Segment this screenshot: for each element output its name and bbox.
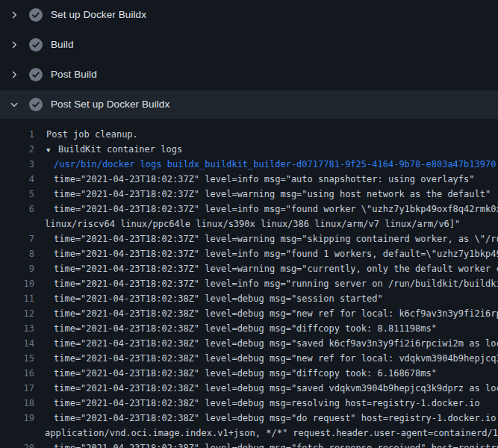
- chevron-right-icon[interactable]: [10, 70, 19, 79]
- log-line-text: time="2021-04-23T18:02:38Z" level=debug …: [0, 381, 498, 396]
- log-line: 18time="2021-04-23T18:02:38Z" level=debu…: [0, 396, 498, 411]
- log-line: 6time="2021-04-23T18:02:37Z" level=info …: [0, 202, 498, 217]
- log-line-text: time="2021-04-23T18:02:37Z" level=info m…: [0, 246, 498, 261]
- log-line-text: time="2021-04-23T18:02:38Z" level=debug …: [0, 396, 498, 411]
- log-line-number[interactable]: 10: [0, 276, 34, 291]
- log-line-number[interactable]: 17: [0, 381, 34, 396]
- log-line: 1Post job cleanup.: [0, 127, 498, 142]
- log-line-number[interactable]: 11: [0, 291, 34, 306]
- log-line-text: time="2021-04-23T18:02:38Z" level=debug …: [0, 336, 498, 351]
- log-line-text: time="2021-04-23T18:02:38Z" level=debug …: [0, 441, 498, 448]
- status-check-icon: [29, 8, 43, 22]
- status-check-icon: [29, 38, 43, 52]
- log-line-number[interactable]: 5: [0, 187, 34, 202]
- log-line: 10time="2021-04-23T18:02:37Z" level=info…: [0, 276, 498, 291]
- step-label: Post Build: [51, 69, 97, 80]
- step-row-build[interactable]: Build: [0, 30, 498, 60]
- log-line: 20time="2021-04-23T18:02:38Z" level=debu…: [0, 441, 498, 448]
- log-line-text: time="2021-04-23T18:02:37Z" level=warnin…: [0, 261, 498, 276]
- log-line-number[interactable]: 19: [0, 411, 34, 426]
- log-line-text: time="2021-04-23T18:02:38Z" level=debug …: [0, 351, 498, 366]
- log-line-number[interactable]: 6: [0, 202, 34, 217]
- log-line-text: time="2021-04-23T18:02:37Z" level=warnin…: [0, 187, 498, 202]
- log-line-number[interactable]: 15: [0, 351, 34, 366]
- step-row-post-build[interactable]: Post Build: [0, 60, 498, 90]
- log-line: 17time="2021-04-23T18:02:38Z" level=debu…: [0, 381, 498, 396]
- log-line-number[interactable]: 2: [0, 142, 34, 157]
- log-line: 8time="2021-04-23T18:02:37Z" level=info …: [0, 246, 498, 261]
- log-line-number[interactable]: 12: [0, 306, 34, 321]
- log-line-number[interactable]: 3: [0, 157, 34, 172]
- log-line: application/vnd.oci.image.index.v1+json,…: [0, 426, 498, 441]
- log-line: 2▼BuildKit container logs: [0, 142, 498, 157]
- log-command-text: /usr/bin/docker logs buildx_buildkit_bui…: [0, 157, 498, 172]
- log-line-text: time="2021-04-23T18:02:37Z" level=warnin…: [0, 231, 498, 246]
- log-line-number[interactable]: 9: [0, 261, 34, 276]
- log-line-number[interactable]: 13: [0, 321, 34, 336]
- collapse-triangle-icon[interactable]: ▼: [46, 143, 58, 158]
- status-check-icon: [29, 98, 43, 111]
- status-check-icon: [29, 68, 43, 81]
- log-line-text: time="2021-04-23T18:02:38Z" level=debug …: [0, 411, 498, 426]
- log-line-text: time="2021-04-23T18:02:38Z" level=debug …: [0, 366, 498, 381]
- step-row-set-up-docker-buildx[interactable]: Set up Docker Buildx: [0, 0, 498, 30]
- log-line-number[interactable]: 20: [0, 441, 34, 448]
- log-line-number[interactable]: 4: [0, 172, 34, 187]
- step-label: Build: [51, 40, 74, 50]
- step-label: Post Set up Docker Buildx: [51, 99, 169, 110]
- log-line: 9time="2021-04-23T18:02:37Z" level=warni…: [0, 261, 498, 276]
- log-line-number[interactable]: 1: [0, 127, 34, 142]
- step-row-post-set-up-docker-buildx[interactable]: Post Set up Docker Buildx: [0, 90, 498, 119]
- log-line-text: time="2021-04-23T18:02:37Z" level=info m…: [0, 276, 498, 291]
- log-line-text: linux/riscv64 linux/ppc64le linux/s390x …: [0, 217, 498, 231]
- log-line: 15time="2021-04-23T18:02:38Z" level=debu…: [0, 351, 498, 366]
- log-line-number[interactable]: 8: [0, 246, 34, 261]
- log-line-text: time="2021-04-23T18:02:37Z" level=info m…: [0, 202, 498, 217]
- log-line: 11time="2021-04-23T18:02:38Z" level=debu…: [0, 291, 498, 306]
- log-line: 12time="2021-04-23T18:02:38Z" level=debu…: [0, 306, 498, 321]
- log-line-number[interactable]: 16: [0, 366, 34, 381]
- log-lines: 1Post job cleanup.2▼BuildKit container l…: [0, 119, 498, 448]
- log-line-number[interactable]: 7: [0, 231, 34, 246]
- log-line-text: application/vnd.oci.image.index.v1+json,…: [0, 426, 498, 441]
- log-line: 13time="2021-04-23T18:02:38Z" level=debu…: [0, 321, 498, 336]
- log-line: 4time="2021-04-23T18:02:37Z" level=info …: [0, 172, 498, 187]
- log-line: 16time="2021-04-23T18:02:38Z" level=debu…: [0, 366, 498, 381]
- step-label: Set up Docker Buildx: [51, 10, 146, 20]
- log-line: 19time="2021-04-23T18:02:38Z" level=debu…: [0, 411, 498, 426]
- log-line: 14time="2021-04-23T18:02:38Z" level=debu…: [0, 336, 498, 351]
- log-line: linux/riscv64 linux/ppc64le linux/s390x …: [0, 217, 498, 231]
- log-line-text: time="2021-04-23T18:02:37Z" level=info m…: [0, 172, 498, 187]
- steps-list: Set up Docker Buildx Build Post Build Po…: [0, 0, 498, 119]
- log-line-number[interactable]: 14: [0, 336, 34, 351]
- log-line-text: time="2021-04-23T18:02:38Z" level=debug …: [0, 306, 498, 321]
- log-line-text: ▼BuildKit container logs: [0, 142, 498, 158]
- chevron-right-icon[interactable]: [10, 40, 19, 49]
- log-line: 7time="2021-04-23T18:02:37Z" level=warni…: [0, 231, 498, 246]
- log-line-text: time="2021-04-23T18:02:38Z" level=debug …: [0, 291, 498, 306]
- log-line-text: Post job cleanup.: [0, 127, 498, 142]
- chevron-right-icon[interactable]: [10, 10, 19, 19]
- log-line: 5time="2021-04-23T18:02:37Z" level=warni…: [0, 187, 498, 202]
- log-line: 3/usr/bin/docker logs buildx_buildkit_bu…: [0, 157, 498, 172]
- log-line-text: time="2021-04-23T18:02:38Z" level=debug …: [0, 321, 498, 336]
- log-line-number[interactable]: 18: [0, 396, 34, 411]
- chevron-down-icon[interactable]: [10, 100, 19, 109]
